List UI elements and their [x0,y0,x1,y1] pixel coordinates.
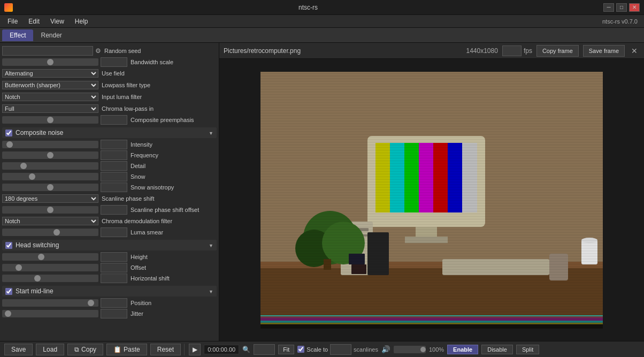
scanline-phase-shift-select[interactable]: 180 degrees [2,194,98,203]
height-input[interactable]: 8 [101,252,127,262]
snow-anisotropy-row: 50.0% Snow anisotropy [2,182,217,193]
head-switching-checkbox[interactable] [5,242,12,249]
chroma-demod-label: Chroma demodulation filter [101,218,217,224]
luma-smear-label: Luma smear [129,229,217,236]
load-button[interactable]: Load [36,344,64,355]
lowpass-filter-label: Lowpass filter type [101,82,217,88]
scanline-phase-offset-input[interactable]: 0 [101,205,127,215]
copy-icon: ⧉ [74,346,79,353]
maximize-button[interactable]: □ [616,3,627,12]
titlebar-controls: ─ □ ✕ [603,3,640,12]
detail-input[interactable]: 1 [101,161,127,171]
save-frame-button[interactable]: Save frame [583,45,625,57]
horizontal-shift-slider[interactable] [2,275,98,282]
frequency-label: Frequency [129,152,217,158]
minimize-button[interactable]: ─ [603,3,614,12]
lowpass-filter-select[interactable]: Butterworth (sharper) [2,81,98,89]
jitter-input[interactable]: 3.0% [101,309,127,318]
luma-smear-row: 0.570 Luma smear [2,227,217,238]
composite-preemphasis-slider[interactable] [2,116,98,124]
save-button[interactable]: Save [4,344,33,355]
bandwidth-scale-input[interactable]: 1.00 [101,57,127,67]
bandwidth-scale-slider[interactable] [2,58,98,66]
horizontal-shift-input[interactable]: 72 [101,274,127,283]
scanlines-input[interactable]: 480 [330,344,351,355]
position-slider[interactable] [2,299,98,307]
detail-label: Detail [129,163,217,169]
enable-button[interactable]: Enable [447,345,478,354]
input-luma-select[interactable]: Notch [2,93,98,101]
close-preview-button[interactable]: ✕ [629,47,640,55]
snow-anisotropy-input[interactable]: 50.0% [101,183,127,192]
right-panel: Pictures/retrocomputer.png 1440x1080 30 … [219,43,644,341]
start-midline-header[interactable]: Start mid-line [2,286,217,297]
app-icon [4,3,13,12]
svg-rect-34 [260,72,603,329]
composite-noise-checkbox[interactable] [5,130,12,136]
offset-slider[interactable] [2,264,98,271]
start-midline-checkbox[interactable] [5,288,12,295]
playback-bar: ▶ 0:00:00.00 🔍 100% Fit Scale to 480 sca… [184,344,640,355]
svg-rect-38 [260,317,603,317]
play-button[interactable]: ▶ [189,344,201,355]
head-switching-header[interactable]: Head switching [2,240,217,250]
tab-render[interactable]: Render [33,29,69,41]
close-button[interactable]: ✕ [629,3,640,12]
lowpass-filter-row: Butterworth (sharper) Lowpass filter typ… [2,79,217,91]
image-area [219,59,644,341]
luma-smear-slider[interactable] [2,229,98,236]
intensity-input[interactable]: 5.0% [101,140,127,149]
copy-button[interactable]: ⧉ Copy [67,344,103,355]
chroma-demod-select[interactable]: Notch [2,217,98,225]
paste-button[interactable]: 📋 Paste [106,344,147,355]
gear-icon[interactable] [95,47,101,55]
scanline-phase-offset-slider[interactable] [2,206,98,214]
composite-preemphasis-input[interactable]: 1.00 [101,115,127,125]
scanline-phase-offset-label: Scanline phase shift offset [129,207,217,213]
tab-effect[interactable]: Effect [2,29,33,41]
menubar: File Edit View Help ntsc-rs v0.7.0 [0,15,644,28]
position-input[interactable]: 95.0% [101,298,127,308]
copy-frame-button[interactable]: Copy frame [536,45,579,57]
height-slider[interactable] [2,253,98,261]
menu-edit[interactable]: Edit [23,17,45,26]
reset-button[interactable]: Reset [150,344,181,355]
scale-to-label: Scale to [306,346,328,353]
detail-slider[interactable] [2,162,98,170]
volume-slider[interactable] [394,346,426,353]
snow-anisotropy-slider[interactable] [2,184,98,191]
menu-view[interactable]: View [45,17,70,26]
chroma-lowpass-select[interactable]: Full [2,104,98,113]
scale-to-checkbox[interactable] [297,346,304,353]
intensity-row: 5.0% Intensity [2,139,217,150]
chroma-lowpass-row: Full Chroma low-pass in [2,103,217,115]
composite-noise-header[interactable]: Composite noise [2,127,217,138]
disable-button[interactable]: Disable [481,345,513,354]
scanline-controls: Scale to 480 scanlines [297,344,378,355]
frequency-input[interactable]: 0.500 [101,150,127,160]
jitter-slider[interactable] [2,310,98,317]
split-button[interactable]: Split [516,345,539,354]
snow-label: Snow [129,173,217,180]
volume-icon-button[interactable]: 🔊 [381,345,390,353]
titlebar-title: ntsc-rs [13,4,603,11]
scanlines-label: scanlines [354,346,378,353]
height-label: Height [129,254,217,260]
use-field-select[interactable]: Alternating [2,69,98,78]
fit-button[interactable]: Fit [278,345,294,354]
offset-row: 3 Offset [2,262,217,273]
luma-smear-input[interactable]: 0.570 [101,227,127,237]
offset-label: Offset [129,264,217,271]
frequency-slider[interactable] [2,151,98,159]
random-seed-label: Random seed [103,48,217,54]
snow-input[interactable]: 0.0030 [101,172,127,181]
menu-help[interactable]: Help [70,17,94,26]
random-seed-input[interactable]: 0 [2,46,93,56]
titlebar: ntsc-rs ─ □ ✕ [0,0,644,15]
menu-file[interactable]: File [2,17,23,26]
offset-input[interactable]: 3 [101,263,127,272]
fps-input[interactable]: 30 [502,45,522,56]
intensity-slider[interactable] [2,141,98,148]
snow-slider[interactable] [2,173,98,180]
zoom-input[interactable]: 100% [254,344,275,355]
